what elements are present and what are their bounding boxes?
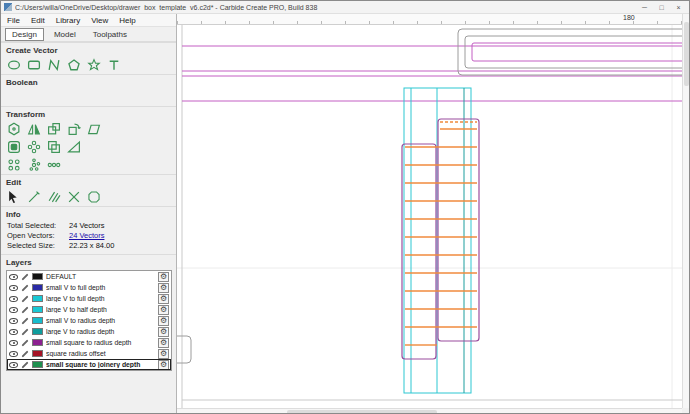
layer-settings-gear-icon[interactable]: ⚙ bbox=[158, 294, 169, 304]
layer-edit-icon[interactable] bbox=[21, 361, 28, 368]
layer-color-swatch[interactable] bbox=[32, 273, 43, 280]
layer-name[interactable]: square radius offset bbox=[46, 350, 155, 357]
horizontal-scrollbar-thumb[interactable] bbox=[287, 410, 437, 414]
layer-row-small-square-radius[interactable]: small square to radius depth ⚙ bbox=[7, 337, 171, 348]
menu-help[interactable]: Help bbox=[119, 16, 135, 25]
vertical-scrollbar-thumb[interactable] bbox=[684, 22, 689, 86]
gray-outline-vectors[interactable] bbox=[177, 29, 684, 363]
layer-name[interactable]: small square to radius depth bbox=[46, 339, 155, 346]
polygon-tool-icon[interactable] bbox=[67, 58, 81, 72]
layer-visibility-icon[interactable] bbox=[9, 351, 18, 357]
layer-name[interactable]: large V to half depth bbox=[46, 306, 155, 313]
mirror-tool-icon[interactable] bbox=[27, 122, 41, 136]
menu-edit[interactable]: Edit bbox=[31, 16, 45, 25]
tab-model[interactable]: Model bbox=[47, 28, 83, 41]
close-button[interactable]: × bbox=[670, 2, 687, 13]
join-vectors-tool-icon[interactable] bbox=[67, 190, 81, 204]
layer-color-swatch[interactable] bbox=[32, 350, 43, 357]
layer-settings-gear-icon[interactable]: ⚙ bbox=[158, 283, 169, 293]
layer-name[interactable]: large V to radius depth bbox=[46, 328, 155, 335]
purple-square-vectors[interactable] bbox=[402, 119, 479, 359]
menu-file[interactable]: File bbox=[7, 16, 20, 25]
layer-visibility-icon[interactable] bbox=[9, 307, 18, 313]
node-edit-tool-icon[interactable] bbox=[27, 190, 41, 204]
layer-settings-gear-icon[interactable]: ⚙ bbox=[158, 349, 169, 359]
layer-color-swatch[interactable] bbox=[32, 306, 43, 313]
array-row-tool-icon[interactable] bbox=[47, 158, 61, 172]
layer-settings-gear-icon[interactable]: ⚙ bbox=[158, 327, 169, 337]
layer-edit-icon[interactable] bbox=[21, 284, 28, 291]
vertical-scrollbar[interactable] bbox=[682, 14, 689, 408]
text-tool-icon[interactable] bbox=[107, 58, 121, 72]
tab-toolpaths[interactable]: Toolpaths bbox=[86, 28, 134, 41]
star-tool-icon[interactable] bbox=[87, 58, 101, 72]
layer-visibility-icon[interactable] bbox=[9, 362, 18, 368]
layer-row-small-square-joinery[interactable]: small square to joinery depth ⚙ bbox=[7, 359, 171, 370]
curve-tool-icon[interactable] bbox=[47, 58, 61, 72]
layer-name[interactable]: small V to full depth bbox=[46, 284, 155, 291]
measure-tool-icon[interactable] bbox=[67, 140, 81, 154]
layer-settings-gear-icon[interactable]: ⚙ bbox=[158, 272, 169, 282]
layer-name[interactable]: large V to full depth bbox=[46, 295, 155, 302]
layer-color-swatch[interactable] bbox=[32, 328, 43, 335]
scale-tool-icon[interactable] bbox=[47, 122, 61, 136]
layer-row-large-v-half[interactable]: large V to half depth ⚙ bbox=[7, 304, 171, 315]
layer-row-square-radius-offset[interactable]: square radius offset ⚙ bbox=[7, 348, 171, 359]
layer-color-swatch[interactable] bbox=[32, 339, 43, 346]
boolean-tool-icon[interactable] bbox=[47, 140, 61, 154]
menu-library[interactable]: Library bbox=[56, 16, 80, 25]
layer-visibility-icon[interactable] bbox=[9, 329, 18, 335]
layer-color-swatch[interactable] bbox=[32, 317, 43, 324]
layer-edit-icon[interactable] bbox=[21, 295, 28, 302]
menu-view[interactable]: View bbox=[91, 16, 108, 25]
layer-name[interactable]: small V to radius depth bbox=[46, 317, 155, 324]
layer-edit-icon[interactable] bbox=[21, 273, 28, 280]
move-tool-icon[interactable] bbox=[7, 122, 21, 136]
layer-color-swatch[interactable] bbox=[32, 295, 43, 302]
layer-edit-icon[interactable] bbox=[21, 339, 28, 346]
array-circular-tool-icon[interactable] bbox=[27, 140, 41, 154]
layer-row-large-v-radius[interactable]: large V to radius depth ⚙ bbox=[7, 326, 171, 337]
layer-settings-gear-icon[interactable]: ⚙ bbox=[158, 360, 169, 370]
layer-row-small-v-radius[interactable]: small V to radius depth ⚙ bbox=[7, 315, 171, 326]
orange-joinery-vectors[interactable] bbox=[405, 122, 477, 345]
drawing-viewport[interactable] bbox=[177, 25, 684, 408]
layer-visibility-icon[interactable] bbox=[9, 318, 18, 324]
rectangle-tool-icon[interactable] bbox=[27, 58, 41, 72]
layer-name[interactable]: DEFAULT bbox=[46, 273, 155, 280]
magenta-horizontal-vectors[interactable] bbox=[182, 43, 684, 101]
layer-color-swatch[interactable] bbox=[32, 284, 43, 291]
canvas-area[interactable]: 180 bbox=[177, 14, 689, 414]
trim-vectors-tool-icon[interactable] bbox=[47, 190, 61, 204]
tab-design[interactable]: Design bbox=[5, 28, 44, 41]
layer-color-swatch[interactable] bbox=[32, 361, 43, 368]
array-grid-tool-icon[interactable] bbox=[7, 158, 21, 172]
select-cursor-icon[interactable] bbox=[7, 190, 21, 204]
layer-edit-icon[interactable] bbox=[21, 306, 28, 313]
rotate-tool-icon[interactable] bbox=[67, 122, 81, 136]
layer-row-small-v-full[interactable]: small V to full depth ⚙ bbox=[7, 282, 171, 293]
layer-visibility-icon[interactable] bbox=[9, 285, 18, 291]
ellipse-tool-icon[interactable] bbox=[7, 58, 21, 72]
skew-tool-icon[interactable] bbox=[87, 122, 101, 136]
array-radial-tool-icon[interactable] bbox=[27, 158, 41, 172]
layer-settings-gear-icon[interactable]: ⚙ bbox=[158, 338, 169, 348]
layer-settings-gear-icon[interactable]: ⚙ bbox=[158, 305, 169, 315]
layer-row-large-v-full[interactable]: large V to full depth ⚙ bbox=[7, 293, 171, 304]
layer-edit-icon[interactable] bbox=[21, 317, 28, 324]
offset-tool-icon[interactable] bbox=[7, 140, 21, 154]
layer-visibility-icon[interactable] bbox=[9, 274, 18, 280]
maximize-button[interactable]: □ bbox=[653, 2, 670, 13]
layer-name[interactable]: small square to joinery depth bbox=[46, 361, 155, 368]
layer-row-default[interactable]: DEFAULT ⚙ bbox=[7, 271, 171, 282]
layer-visibility-icon[interactable] bbox=[9, 340, 18, 346]
layer-settings-gear-icon[interactable]: ⚙ bbox=[158, 316, 169, 326]
layer-visibility-icon[interactable] bbox=[9, 296, 18, 302]
layer-edit-icon[interactable] bbox=[21, 328, 28, 335]
horizontal-scrollbar[interactable] bbox=[177, 408, 684, 414]
layer-edit-icon[interactable] bbox=[21, 350, 28, 357]
merge-vectors-tool-icon[interactable] bbox=[87, 190, 101, 204]
open-vectors-link[interactable]: 24 Vectors bbox=[69, 231, 104, 241]
minimize-button[interactable]: ─ bbox=[636, 2, 653, 13]
design-drawing[interactable] bbox=[177, 25, 684, 408]
